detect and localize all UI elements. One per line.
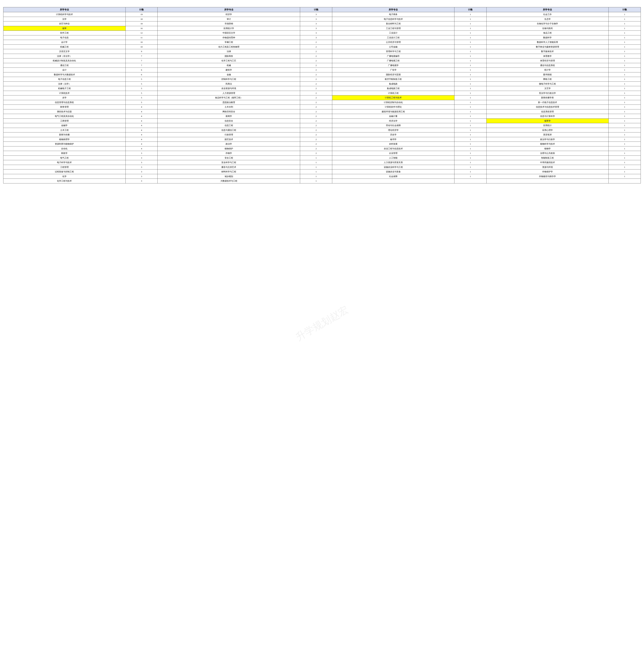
table-cell: 4 <box>126 109 158 114</box>
table-cell: 工业工程与管理 <box>332 26 454 31</box>
table-cell: 国际经济与贸易 <box>332 72 454 77</box>
table-cell: 3 <box>126 160 158 165</box>
table-row: 电子科学与技术3安全科学与工程1人力资源与劳资关系1中草药栽培技术1 <box>3 160 641 165</box>
table-cell: 1 <box>609 54 641 58</box>
table-cell: 1 <box>609 119 641 123</box>
table-cell: 农村发展 <box>332 142 454 146</box>
table-cell: 公共经济与管理 <box>332 40 454 45</box>
table-cell: 1 <box>609 169 641 174</box>
table-cell: 7 <box>126 58 158 63</box>
table-cell: 法学 <box>3 17 126 21</box>
table-cell: 财务管理 <box>3 105 126 110</box>
table-cell: 1 <box>454 45 486 49</box>
table-cell: 1 <box>454 137 486 142</box>
table-cell: 1 <box>454 100 486 105</box>
table-cell: 审计 <box>158 17 300 21</box>
table-row: 化学3城乡规划1社会保障1作物栽培与耕作学1 <box>3 174 641 179</box>
table-cell: 作物保护学 <box>486 169 609 174</box>
table-cell: 1 <box>609 114 641 119</box>
table-cell: 建筑学 <box>158 68 300 72</box>
table-cell: 农业资源与环境 <box>158 86 300 91</box>
table-cell: 1 <box>609 128 641 133</box>
table-cell: 信息技术与信息技术管理 <box>486 105 609 110</box>
table-cell: 网络工程 <box>486 77 609 82</box>
table-cell: 计算机工程与技术 <box>332 95 454 100</box>
table-cell: 数字媒体技术 <box>486 49 609 54</box>
table-cell: 2 <box>300 49 332 54</box>
table-cell: 1 <box>454 128 486 133</box>
table-cell: 4 <box>126 114 158 119</box>
table-cell: 1 <box>609 155 641 160</box>
table-cell: 1 <box>609 12 641 17</box>
table-cell: 汉语言文学 <box>3 49 126 54</box>
table-cell: 1 <box>454 174 486 179</box>
table-cell: 行政管理 <box>158 133 300 137</box>
table-cell <box>454 179 486 184</box>
column-header: 计数 <box>609 7 641 12</box>
table-row: 汉语言文学9法律2管理科学与工程1数字媒体技术1 <box>3 49 641 54</box>
table-cell: 土木工程 <box>3 128 126 133</box>
table-cell: 5 <box>126 100 158 105</box>
table-cell: 体育教学 <box>486 54 609 58</box>
table-cell: 1 <box>300 155 332 160</box>
table-cell: 2 <box>300 137 332 142</box>
table-cell: 城乡规划 <box>158 174 300 179</box>
table-cell: 1 <box>609 100 641 105</box>
table-cell: 复合材料与工程 <box>332 21 454 26</box>
column-header: 所学专业 <box>332 7 454 12</box>
table-cell: 1 <box>609 109 641 114</box>
table-cell: 秘书学 <box>332 137 454 142</box>
table-cell: 1 <box>454 133 486 137</box>
table-cell: 4 <box>126 105 158 110</box>
table-cell: 5 <box>126 91 158 95</box>
table-cell: 信息管理与信息系统 <box>3 100 126 105</box>
table-cell: 设施农业科学与工程 <box>332 165 454 169</box>
table-cell: 3 <box>126 155 158 160</box>
table-cell: 1 <box>454 26 486 31</box>
table-cell: 3 <box>126 169 158 174</box>
table-cell: 3 <box>126 174 158 179</box>
table-cell: 农艺与种业 <box>3 21 126 26</box>
table-cell: 车辆工程 <box>158 40 300 45</box>
table-row: 植物病理学4园艺技术2秘书学1政治学与行政学1 <box>3 137 641 142</box>
table-cell: 6 <box>126 72 158 77</box>
table-cell: 农业工程与信息技术 <box>332 146 454 151</box>
table-cell: 1 <box>609 49 641 54</box>
table-cell: 建筑环境与能源应用工程 <box>332 109 454 114</box>
table-row: 软件工程12中国语言文学3工业设计1食品工程1 <box>3 31 641 35</box>
table-cell: 通信工程 <box>3 63 126 68</box>
table-cell: 信息工程 <box>158 123 300 128</box>
table-cell: 应用心理学 <box>486 128 609 133</box>
data-table: 所学专业计数所学专业计数所学专业计数所学专业计数 计算机科学与技术19经济学3电… <box>3 7 641 184</box>
table-cell: 19 <box>126 12 158 17</box>
table-cell: 机械工程 <box>3 45 126 49</box>
table-cell: 经济法学 <box>332 119 454 123</box>
table-cell: 应用统计学 <box>158 26 300 31</box>
table-cell: 1 <box>609 95 641 100</box>
table-cell: 3 <box>126 179 158 184</box>
table-cell: 电气工程及其自动化 <box>3 114 126 119</box>
table-cell: 体育经济与管理 <box>486 58 609 63</box>
table-cell: 10 <box>126 40 158 45</box>
table-cell: 作物栽培与耕作学 <box>486 174 609 179</box>
table-cell: 治理与公共政策 <box>486 151 609 156</box>
table-cell: 2 <box>300 119 332 123</box>
table-cell: 1 <box>454 58 486 63</box>
table-cell: 金融学 <box>3 123 126 128</box>
table-cell: 2 <box>300 68 332 72</box>
table-cell: 6 <box>126 68 158 72</box>
table-cell: 烟草 <box>3 26 126 31</box>
table-cell: 1 <box>454 21 486 26</box>
column-header: 计数 <box>300 7 332 12</box>
table-row: 计算机技术5人力资源管理2计算机工程1宪法学与行政法学1 <box>3 91 641 95</box>
table-row: 新闻与传播4行政管理2历史学1英语笔译1 <box>3 133 641 137</box>
table-row: 金融学4信息工程2劳动与社会保障1应用统计1 <box>3 123 641 128</box>
table-cell: 5 <box>126 81 158 86</box>
table-cell: 3 <box>300 12 332 17</box>
column-header: 所学专业 <box>486 7 609 12</box>
table-cell: 新一代电子信息技术 <box>486 100 609 105</box>
table-cell: 英语笔译 <box>486 133 609 137</box>
table-cell: 法律（非法学） <box>3 54 126 58</box>
table-cell: 2 <box>300 91 332 95</box>
table-row: 信息管理与信息系统5思想政治教育2计算机控制与自动化1新一代电子信息技术1 <box>3 100 641 105</box>
